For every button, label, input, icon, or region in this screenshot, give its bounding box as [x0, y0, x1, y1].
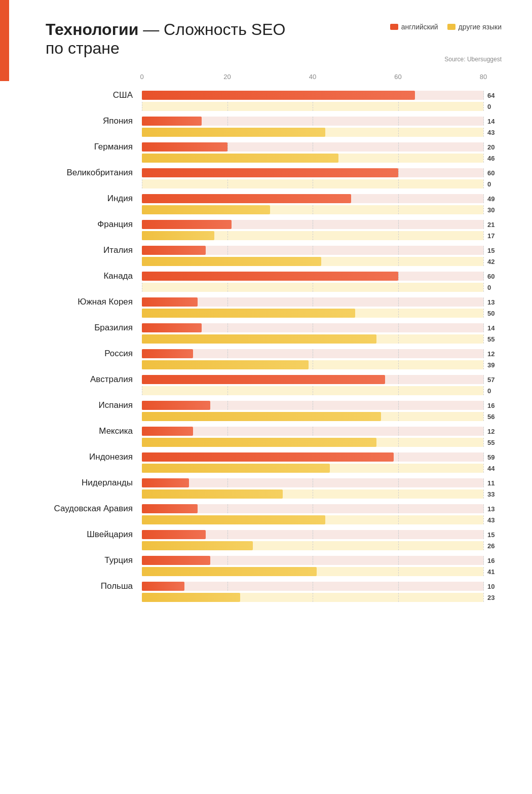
grid-line [483, 309, 484, 318]
axis-label-60: 60 [394, 73, 401, 81]
bar-value-english: 59 [487, 454, 502, 461]
bar-row-other: 26 [35, 541, 502, 550]
bar-value-english: 11 [487, 480, 502, 486]
bar-track-english [142, 452, 483, 462]
legend-item-orange: английский [390, 23, 438, 31]
country-group: Индонезия5944 [35, 452, 502, 473]
bar-track-other [142, 412, 483, 421]
grid-line [398, 515, 399, 524]
grid-line [483, 582, 484, 591]
bar-value-english: 13 [487, 506, 502, 512]
grid-line [483, 504, 484, 513]
country-group: Саудовская Аравия1343 [35, 504, 502, 524]
bar-track-other [142, 464, 483, 473]
grid-line [483, 231, 484, 240]
bar-row-english: Турция16 [35, 555, 502, 565]
bar-track-english [142, 272, 483, 281]
grid-line [313, 231, 313, 240]
grid-line [398, 168, 399, 177]
grid-line [227, 297, 228, 307]
bar-row-english: Южная Корея13 [35, 297, 502, 307]
country-label: Испания [35, 400, 142, 410]
bar-row-english: Канада60 [35, 271, 502, 281]
bar-value-english: 60 [487, 273, 502, 280]
grid-line [483, 117, 484, 126]
grid-line [398, 179, 399, 188]
bar-track-english [142, 375, 483, 384]
bar-track-other [142, 128, 483, 137]
grid-line [313, 386, 313, 395]
bar-row-other: 30 [35, 205, 502, 214]
bar-row-english: Италия15 [35, 245, 502, 255]
legend-item-yellow: другие языки [447, 23, 502, 31]
bar-fill-english [142, 168, 398, 177]
country-label: Австралия [35, 374, 142, 385]
bar-row-english: Мексика12 [35, 426, 502, 436]
bar-row-other: 33 [35, 489, 502, 499]
grid-line [398, 541, 399, 550]
bar-row-other: 0 [35, 102, 502, 111]
bar-row-english: Индонезия59 [35, 452, 502, 462]
grid-line [483, 272, 484, 281]
grid-line [142, 179, 142, 188]
bar-value-english: 12 [487, 428, 502, 435]
country-label: Франция [35, 219, 142, 230]
grid-line [313, 360, 313, 369]
country-group: Испания1656 [35, 400, 502, 421]
bar-value-english: 20 [487, 144, 502, 150]
grid-line [483, 297, 484, 307]
grid-line [227, 401, 228, 410]
bar-fill-english [142, 375, 385, 384]
grid-line [398, 412, 399, 421]
bar-value-english: 60 [487, 170, 502, 176]
bar-fill-english [142, 401, 210, 410]
bar-fill-english [142, 452, 394, 462]
bar-fill-other [142, 412, 381, 421]
grid-line [483, 452, 484, 462]
country-group: Нидерланды1133 [35, 478, 502, 499]
bar-track-english [142, 349, 483, 358]
bar-row-other: 41 [35, 567, 502, 576]
grid-line [227, 102, 228, 111]
bar-fill-other [142, 593, 240, 602]
bar-track-other [142, 541, 483, 550]
axis-label-80: 80 [480, 73, 487, 81]
country-label: США [35, 90, 142, 100]
grid-line [227, 323, 228, 332]
bar-value-other: 0 [487, 388, 502, 394]
grid-line [398, 309, 399, 318]
bar-fill-english [142, 478, 189, 487]
grid-line [398, 386, 399, 395]
bar-row-other: 44 [35, 464, 502, 473]
grid-line [227, 142, 228, 152]
grid-line [483, 194, 484, 203]
bar-value-english: 57 [487, 376, 502, 383]
grid-line [398, 246, 399, 255]
country-label: Бразилия [35, 323, 142, 333]
bar-fill-other [142, 128, 325, 137]
grid-line [398, 438, 399, 447]
bar-track-other [142, 386, 483, 395]
grid-line [313, 401, 313, 410]
bar-fill-english [142, 504, 198, 513]
axis-row: 020406080 [35, 73, 502, 87]
grid-line [227, 117, 228, 126]
bar-fill-english [142, 582, 184, 591]
country-label: Нидерланды [35, 478, 142, 488]
grid-line [483, 556, 484, 565]
grid-line [227, 246, 228, 255]
bar-row-other: 55 [35, 438, 502, 447]
bar-fill-english [142, 530, 206, 539]
bar-row-english: Саудовская Аравия13 [35, 504, 502, 514]
grid-line [398, 205, 399, 214]
bar-track-english [142, 556, 483, 565]
grid-line [227, 504, 228, 513]
bar-value-english: 13 [487, 299, 502, 306]
grid-line [483, 478, 484, 487]
grid-line [313, 323, 313, 332]
country-label: Южная Корея [35, 297, 142, 307]
bar-value-english: 49 [487, 196, 502, 202]
grid-line [313, 556, 313, 565]
grid-line [398, 375, 399, 384]
bar-track-other [142, 102, 483, 111]
